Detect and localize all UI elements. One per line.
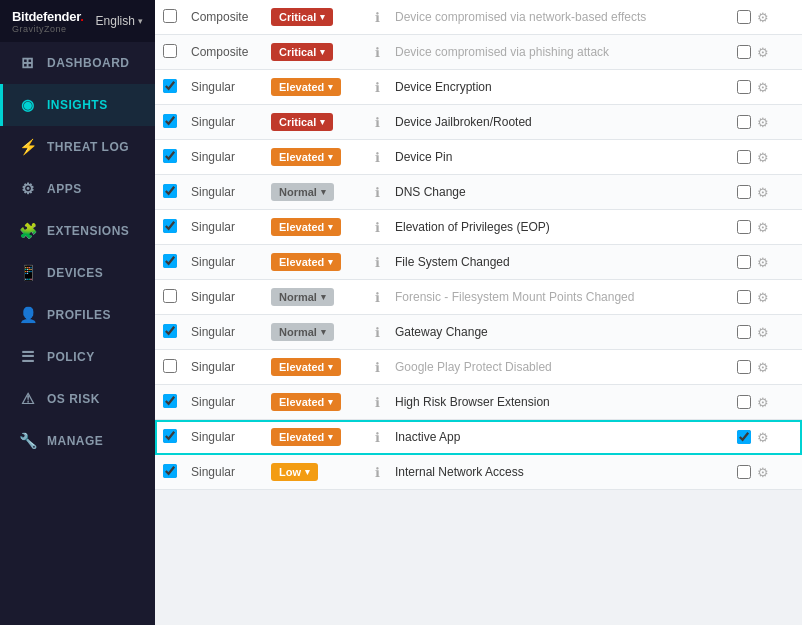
action-checkbox[interactable] [737, 220, 751, 234]
action-checkbox[interactable] [737, 150, 751, 164]
gear-icon[interactable]: ⚙ [757, 45, 769, 60]
action-checkbox[interactable] [737, 325, 751, 339]
info-icon[interactable]: ℹ [375, 430, 380, 445]
type-label: Singular [191, 325, 235, 339]
gear-icon[interactable]: ⚙ [757, 10, 769, 25]
language-selector[interactable]: English ▾ [96, 14, 143, 28]
info-icon[interactable]: ℹ [375, 115, 380, 130]
info-icon[interactable]: ℹ [375, 45, 380, 60]
action-checkbox[interactable] [737, 80, 751, 94]
info-icon[interactable]: ℹ [375, 150, 380, 165]
table-container[interactable]: Composite Critical ▾ ℹ Device compromise… [155, 0, 802, 625]
info-icon[interactable]: ℹ [375, 185, 380, 200]
severity-badge[interactable]: Elevated ▾ [271, 428, 341, 446]
sidebar-item-extensions[interactable]: 🧩 EXTENSIONS [0, 210, 155, 252]
action-checkbox[interactable] [737, 255, 751, 269]
sidebar-item-policy[interactable]: ☰ POLICY [0, 336, 155, 378]
gear-icon[interactable]: ⚙ [757, 465, 769, 480]
row-select-checkbox[interactable] [163, 289, 177, 303]
row-checkbox-cell [155, 175, 185, 210]
info-icon[interactable]: ℹ [375, 10, 380, 25]
info-icon[interactable]: ℹ [375, 220, 380, 235]
row-select-checkbox[interactable] [163, 254, 177, 268]
sidebar-item-threat-log[interactable]: ⚡ THREAT LOG [0, 126, 155, 168]
gear-icon[interactable]: ⚙ [757, 360, 769, 375]
severity-badge[interactable]: Elevated ▾ [271, 218, 341, 236]
gear-icon[interactable]: ⚙ [757, 80, 769, 95]
severity-badge[interactable]: Elevated ▾ [271, 393, 341, 411]
logo: Bitdefender. [12, 9, 84, 24]
action-checkbox[interactable] [737, 465, 751, 479]
info-icon[interactable]: ℹ [375, 325, 380, 340]
row-select-checkbox[interactable] [163, 44, 177, 58]
info-icon[interactable]: ℹ [375, 395, 380, 410]
chevron-down-icon: ▾ [320, 117, 325, 127]
info-cell: ℹ [365, 70, 389, 105]
chevron-down-icon: ▾ [328, 82, 333, 92]
info-icon[interactable]: ℹ [375, 465, 380, 480]
sidebar-item-insights[interactable]: ◉ INSIGHTS [0, 84, 155, 126]
table-row: Singular Elevated ▾ ℹ Google Play Protec… [155, 350, 802, 385]
severity-badge[interactable]: Critical ▾ [271, 113, 333, 131]
row-select-checkbox[interactable] [163, 79, 177, 93]
row-select-checkbox[interactable] [163, 114, 177, 128]
severity-badge[interactable]: Normal ▾ [271, 183, 334, 201]
row-select-checkbox[interactable] [163, 429, 177, 443]
gear-icon[interactable]: ⚙ [757, 290, 769, 305]
row-select-checkbox[interactable] [163, 359, 177, 373]
info-icon[interactable]: ℹ [375, 255, 380, 270]
gear-icon[interactable]: ⚙ [757, 185, 769, 200]
gear-icon[interactable]: ⚙ [757, 430, 769, 445]
row-select-checkbox[interactable] [163, 184, 177, 198]
sidebar-item-devices[interactable]: 📱 DEVICES [0, 252, 155, 294]
gear-icon[interactable]: ⚙ [757, 255, 769, 270]
severity-badge[interactable]: Elevated ▾ [271, 148, 341, 166]
action-checkbox[interactable] [737, 395, 751, 409]
severity-badge[interactable]: Elevated ▾ [271, 358, 341, 376]
severity-badge[interactable]: Low ▾ [271, 463, 318, 481]
severity-badge[interactable]: Normal ▾ [271, 288, 334, 306]
gear-icon[interactable]: ⚙ [757, 220, 769, 235]
sidebar-item-label: PROFILES [47, 308, 111, 322]
description-cell: Device Jailbroken/Rooted [389, 105, 723, 140]
row-select-checkbox[interactable] [163, 219, 177, 233]
action-cell: ⚙ [723, 105, 802, 140]
action-checkbox[interactable] [737, 10, 751, 24]
row-select-checkbox[interactable] [163, 9, 177, 23]
gear-icon[interactable]: ⚙ [757, 325, 769, 340]
row-select-checkbox[interactable] [163, 464, 177, 478]
badge-cell: Elevated ▾ [265, 245, 365, 280]
severity-badge[interactable]: Normal ▾ [271, 323, 334, 341]
severity-badge[interactable]: Critical ▾ [271, 8, 333, 26]
action-checkbox[interactable] [737, 290, 751, 304]
action-cell: ⚙ [723, 350, 802, 385]
action-checkbox[interactable] [737, 360, 751, 374]
sidebar-item-dashboard[interactable]: ⊞ DASHBOARD [0, 42, 155, 84]
info-icon[interactable]: ℹ [375, 80, 380, 95]
gear-icon[interactable]: ⚙ [757, 150, 769, 165]
row-select-checkbox[interactable] [163, 394, 177, 408]
description-text: Google Play Protect Disabled [395, 360, 552, 374]
info-icon[interactable]: ℹ [375, 360, 380, 375]
badge-cell: Normal ▾ [265, 315, 365, 350]
gear-icon[interactable]: ⚙ [757, 395, 769, 410]
sidebar-item-apps[interactable]: ⚙ APPS [0, 168, 155, 210]
severity-badge[interactable]: Critical ▾ [271, 43, 333, 61]
action-checkbox[interactable] [737, 430, 751, 444]
gear-icon[interactable]: ⚙ [757, 115, 769, 130]
sidebar-item-profiles[interactable]: 👤 PROFILES [0, 294, 155, 336]
sidebar-item-os-risk[interactable]: ⚠ OS RISK [0, 378, 155, 420]
chevron-down-icon: ▾ [328, 397, 333, 407]
action-checkbox[interactable] [737, 185, 751, 199]
sidebar-item-manage[interactable]: 🔧 MANAGE [0, 420, 155, 462]
action-checkbox[interactable] [737, 115, 751, 129]
info-icon[interactable]: ℹ [375, 290, 380, 305]
severity-badge[interactable]: Elevated ▾ [271, 253, 341, 271]
row-select-checkbox[interactable] [163, 149, 177, 163]
row-select-checkbox[interactable] [163, 324, 177, 338]
os-risk-icon: ⚠ [19, 390, 37, 408]
action-checkbox[interactable] [737, 45, 751, 59]
severity-badge[interactable]: Elevated ▾ [271, 78, 341, 96]
badge-cell: Elevated ▾ [265, 420, 365, 455]
sidebar: Bitdefender. GravityZone English ▾ ⊞ DAS… [0, 0, 155, 625]
